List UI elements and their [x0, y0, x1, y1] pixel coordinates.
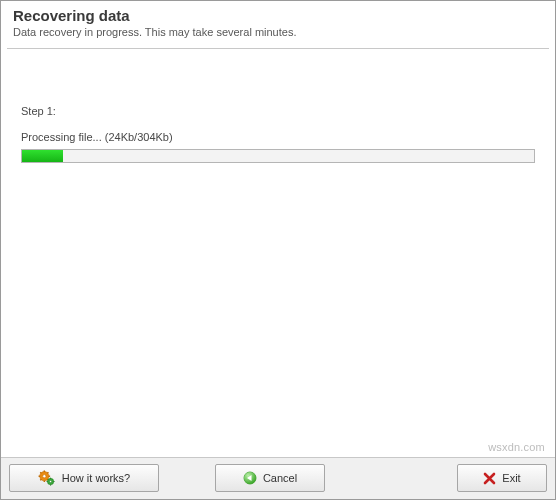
dialog-title: Recovering data: [13, 7, 543, 24]
svg-line-6: [40, 472, 41, 473]
gear-icon: [38, 470, 56, 486]
svg-point-11: [49, 480, 51, 482]
progress-bar: [21, 149, 535, 163]
cancel-button[interactable]: Cancel: [215, 464, 325, 492]
exit-label: Exit: [502, 472, 520, 484]
svg-line-9: [40, 479, 41, 480]
cancel-label: Cancel: [263, 472, 297, 484]
dialog-header: Recovering data Data recovery in progres…: [1, 1, 555, 48]
dialog-content: Step 1: Processing file... (24Kb/304Kb): [1, 49, 555, 457]
dialog-footer: How it works? Cancel: [1, 457, 555, 499]
svg-line-8: [47, 472, 48, 473]
dialog-subtitle: Data recovery in progress. This may take…: [13, 26, 543, 38]
cancel-icon: [243, 471, 257, 485]
progress-fill: [22, 150, 63, 162]
how-it-works-label: How it works?: [62, 472, 130, 484]
processing-text: Processing file... (24Kb/304Kb): [21, 131, 535, 143]
dialog-window: Recovering data Data recovery in progres…: [0, 0, 556, 500]
exit-button[interactable]: Exit: [457, 464, 547, 492]
svg-point-1: [42, 475, 45, 478]
step-label: Step 1:: [21, 105, 535, 117]
how-it-works-button[interactable]: How it works?: [9, 464, 159, 492]
exit-icon: [483, 472, 496, 485]
